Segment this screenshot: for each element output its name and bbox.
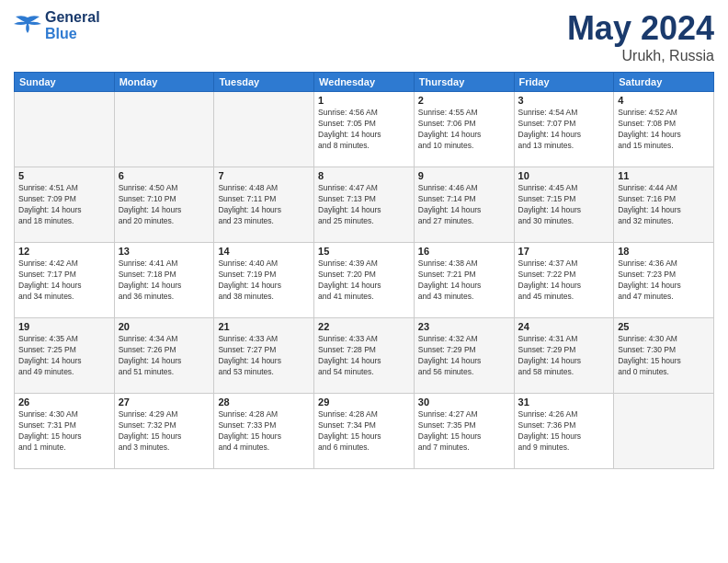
calendar-cell bbox=[114, 92, 214, 167]
cell-info: Sunrise: 4:26 AM Sunset: 7:36 PM Dayligh… bbox=[518, 409, 610, 454]
calendar-cell: 24Sunrise: 4:31 AM Sunset: 7:29 PM Dayli… bbox=[514, 318, 614, 394]
calendar-cell: 5Sunrise: 4:51 AM Sunset: 7:09 PM Daylig… bbox=[15, 167, 115, 243]
day-number: 22 bbox=[318, 321, 410, 332]
weekday-header: Friday bbox=[514, 73, 614, 92]
cell-info: Sunrise: 4:28 AM Sunset: 7:34 PM Dayligh… bbox=[318, 409, 410, 454]
calendar-cell: 30Sunrise: 4:27 AM Sunset: 7:35 PM Dayli… bbox=[414, 394, 514, 469]
day-number: 18 bbox=[618, 246, 710, 257]
title-block: May 2024 Urukh, Russia bbox=[567, 9, 714, 64]
cell-info: Sunrise: 4:32 AM Sunset: 7:29 PM Dayligh… bbox=[418, 334, 510, 378]
calendar-table: SundayMondayTuesdayWednesdayThursdayFrid… bbox=[14, 72, 714, 469]
day-number: 15 bbox=[318, 246, 410, 257]
cell-info: Sunrise: 4:55 AM Sunset: 7:06 PM Dayligh… bbox=[418, 108, 510, 152]
logo-icon bbox=[14, 13, 41, 39]
day-number: 11 bbox=[618, 170, 710, 181]
cell-info: Sunrise: 4:44 AM Sunset: 7:16 PM Dayligh… bbox=[618, 183, 710, 227]
day-number: 27 bbox=[119, 396, 210, 408]
calendar-cell: 29Sunrise: 4:28 AM Sunset: 7:34 PM Dayli… bbox=[314, 394, 415, 469]
calendar-row: 26Sunrise: 4:30 AM Sunset: 7:31 PM Dayli… bbox=[15, 394, 714, 469]
cell-info: Sunrise: 4:47 AM Sunset: 7:13 PM Dayligh… bbox=[318, 183, 410, 227]
calendar-cell: 1Sunrise: 4:56 AM Sunset: 7:05 PM Daylig… bbox=[314, 92, 415, 167]
cell-info: Sunrise: 4:46 AM Sunset: 7:14 PM Dayligh… bbox=[418, 183, 510, 227]
cell-info: Sunrise: 4:56 AM Sunset: 7:05 PM Dayligh… bbox=[318, 108, 410, 152]
day-number: 8 bbox=[318, 170, 410, 181]
day-number: 23 bbox=[418, 321, 510, 332]
cell-info: Sunrise: 4:51 AM Sunset: 7:09 PM Dayligh… bbox=[18, 183, 110, 227]
cell-info: Sunrise: 4:37 AM Sunset: 7:22 PM Dayligh… bbox=[518, 259, 610, 303]
cell-info: Sunrise: 4:28 AM Sunset: 7:33 PM Dayligh… bbox=[218, 409, 310, 454]
calendar-row: 19Sunrise: 4:35 AM Sunset: 7:25 PM Dayli… bbox=[15, 318, 714, 394]
day-number: 25 bbox=[618, 321, 710, 332]
cell-info: Sunrise: 4:45 AM Sunset: 7:15 PM Dayligh… bbox=[518, 183, 610, 227]
calendar-cell: 15Sunrise: 4:39 AM Sunset: 7:20 PM Dayli… bbox=[314, 243, 415, 318]
calendar-cell: 10Sunrise: 4:45 AM Sunset: 7:15 PM Dayli… bbox=[514, 167, 614, 243]
calendar-cell: 4Sunrise: 4:52 AM Sunset: 7:08 PM Daylig… bbox=[614, 92, 714, 167]
header: General Blue May 2024 Urukh, Russia bbox=[14, 9, 714, 64]
calendar-cell: 6Sunrise: 4:50 AM Sunset: 7:10 PM Daylig… bbox=[114, 167, 214, 243]
day-number: 14 bbox=[218, 246, 310, 257]
day-number: 30 bbox=[418, 396, 510, 408]
cell-info: Sunrise: 4:33 AM Sunset: 7:27 PM Dayligh… bbox=[218, 334, 310, 378]
cell-info: Sunrise: 4:40 AM Sunset: 7:19 PM Dayligh… bbox=[218, 259, 310, 303]
calendar-cell: 2Sunrise: 4:55 AM Sunset: 7:06 PM Daylig… bbox=[414, 92, 514, 167]
calendar-cell: 18Sunrise: 4:36 AM Sunset: 7:23 PM Dayli… bbox=[614, 243, 714, 318]
calendar-cell: 13Sunrise: 4:41 AM Sunset: 7:18 PM Dayli… bbox=[114, 243, 214, 318]
calendar-header-row: SundayMondayTuesdayWednesdayThursdayFrid… bbox=[15, 73, 714, 92]
weekday-header: Monday bbox=[114, 73, 214, 92]
day-number: 20 bbox=[119, 321, 210, 332]
calendar-cell: 28Sunrise: 4:28 AM Sunset: 7:33 PM Dayli… bbox=[214, 394, 314, 469]
weekday-header: Sunday bbox=[15, 73, 115, 92]
day-number: 10 bbox=[518, 170, 610, 181]
cell-info: Sunrise: 4:39 AM Sunset: 7:20 PM Dayligh… bbox=[318, 259, 410, 303]
day-number: 16 bbox=[418, 246, 510, 257]
calendar-cell: 11Sunrise: 4:44 AM Sunset: 7:16 PM Dayli… bbox=[614, 167, 714, 243]
cell-info: Sunrise: 4:48 AM Sunset: 7:11 PM Dayligh… bbox=[218, 183, 310, 227]
cell-info: Sunrise: 4:27 AM Sunset: 7:35 PM Dayligh… bbox=[418, 409, 510, 454]
weekday-header: Thursday bbox=[414, 73, 514, 92]
cell-info: Sunrise: 4:31 AM Sunset: 7:29 PM Dayligh… bbox=[518, 334, 610, 378]
day-number: 28 bbox=[218, 396, 310, 408]
calendar-cell: 12Sunrise: 4:42 AM Sunset: 7:17 PM Dayli… bbox=[15, 243, 115, 318]
calendar-cell bbox=[15, 92, 115, 167]
calendar-cell: 16Sunrise: 4:38 AM Sunset: 7:21 PM Dayli… bbox=[414, 243, 514, 318]
logo-text: General Blue bbox=[45, 9, 100, 42]
calendar-cell: 27Sunrise: 4:29 AM Sunset: 7:32 PM Dayli… bbox=[114, 394, 214, 469]
calendar-cell bbox=[214, 92, 314, 167]
day-number: 17 bbox=[518, 246, 610, 257]
cell-info: Sunrise: 4:42 AM Sunset: 7:17 PM Dayligh… bbox=[18, 259, 110, 303]
cell-info: Sunrise: 4:35 AM Sunset: 7:25 PM Dayligh… bbox=[18, 334, 110, 378]
day-number: 31 bbox=[518, 396, 610, 408]
calendar-cell: 8Sunrise: 4:47 AM Sunset: 7:13 PM Daylig… bbox=[314, 167, 415, 243]
day-number: 24 bbox=[518, 321, 610, 332]
calendar-cell: 26Sunrise: 4:30 AM Sunset: 7:31 PM Dayli… bbox=[15, 394, 115, 469]
cell-info: Sunrise: 4:41 AM Sunset: 7:18 PM Dayligh… bbox=[119, 259, 210, 303]
calendar-row: 1Sunrise: 4:56 AM Sunset: 7:05 PM Daylig… bbox=[15, 92, 714, 167]
day-number: 4 bbox=[618, 95, 710, 106]
calendar-cell: 31Sunrise: 4:26 AM Sunset: 7:36 PM Dayli… bbox=[514, 394, 614, 469]
cell-info: Sunrise: 4:50 AM Sunset: 7:10 PM Dayligh… bbox=[119, 183, 210, 227]
month-title: May 2024 bbox=[567, 9, 714, 48]
calendar-cell: 21Sunrise: 4:33 AM Sunset: 7:27 PM Dayli… bbox=[214, 318, 314, 394]
logo: General Blue bbox=[14, 9, 100, 42]
cell-info: Sunrise: 4:29 AM Sunset: 7:32 PM Dayligh… bbox=[119, 409, 210, 454]
day-number: 21 bbox=[218, 321, 310, 332]
calendar-cell: 17Sunrise: 4:37 AM Sunset: 7:22 PM Dayli… bbox=[514, 243, 614, 318]
calendar-cell: 25Sunrise: 4:30 AM Sunset: 7:30 PM Dayli… bbox=[614, 318, 714, 394]
day-number: 2 bbox=[418, 95, 510, 106]
calendar-cell: 23Sunrise: 4:32 AM Sunset: 7:29 PM Dayli… bbox=[414, 318, 514, 394]
day-number: 1 bbox=[318, 95, 410, 106]
cell-info: Sunrise: 4:52 AM Sunset: 7:08 PM Dayligh… bbox=[618, 108, 710, 152]
day-number: 7 bbox=[218, 170, 310, 181]
cell-info: Sunrise: 4:38 AM Sunset: 7:21 PM Dayligh… bbox=[418, 259, 510, 303]
cell-info: Sunrise: 4:30 AM Sunset: 7:31 PM Dayligh… bbox=[18, 409, 110, 454]
day-number: 6 bbox=[119, 170, 210, 181]
calendar-cell: 22Sunrise: 4:33 AM Sunset: 7:28 PM Dayli… bbox=[314, 318, 415, 394]
calendar-cell: 19Sunrise: 4:35 AM Sunset: 7:25 PM Dayli… bbox=[15, 318, 115, 394]
day-number: 13 bbox=[119, 246, 210, 257]
day-number: 3 bbox=[518, 95, 610, 106]
cell-info: Sunrise: 4:30 AM Sunset: 7:30 PM Dayligh… bbox=[618, 334, 710, 378]
day-number: 29 bbox=[318, 396, 410, 408]
day-number: 9 bbox=[418, 170, 510, 181]
day-number: 12 bbox=[18, 246, 110, 257]
calendar-row: 5Sunrise: 4:51 AM Sunset: 7:09 PM Daylig… bbox=[15, 167, 714, 243]
